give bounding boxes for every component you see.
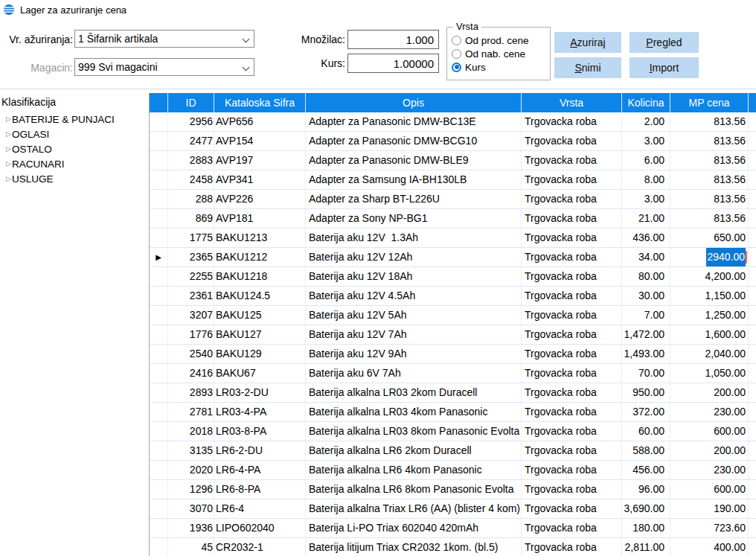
cell-vrsta[interactable]: Trgovacka roba xyxy=(522,345,622,363)
cell-mp-cena[interactable]: 2,040.00 xyxy=(670,345,749,363)
cell-mp-cena[interactable]: 813.56 xyxy=(670,151,749,170)
cell-vrsta[interactable]: Trgovacka roba xyxy=(522,132,622,150)
cell-vrsta[interactable]: Trgovacka roba xyxy=(522,267,622,286)
cell-kolicina[interactable]: 96.00 xyxy=(622,480,670,499)
table-row[interactable]: 1775 BAKU1213 Baterija aku 12V 1.3Ah Trg… xyxy=(150,229,756,248)
cell-opis[interactable]: Baterija aku 12V 12Ah xyxy=(306,248,522,266)
table-row[interactable]: 2458 AVP341 Adapter za Samsung IA-BH130L… xyxy=(150,170,756,190)
cell-id[interactable]: 2893 xyxy=(168,383,214,402)
row-selector-cell[interactable] xyxy=(150,306,168,325)
cell-mp-cena[interactable]: 200.00 xyxy=(670,383,749,402)
cell-mp-cena[interactable]: 813.56 xyxy=(670,190,749,208)
cell-id[interactable]: 869 xyxy=(168,209,214,228)
cell-kataloska-sifra[interactable]: AVP181 xyxy=(214,209,306,228)
cell-opis[interactable]: Baterija aku 12V 9Ah xyxy=(306,345,522,363)
cell-kataloska-sifra[interactable]: AVP197 xyxy=(214,151,306,170)
table-row[interactable]: 1936 LIPO602040 Baterija Li-PO Triax 602… xyxy=(150,519,756,538)
cell-opis[interactable]: Baterija aku 12V 1.3Ah xyxy=(306,229,522,247)
radio-option[interactable]: Kurs xyxy=(452,60,529,74)
cell-kataloska-sifra[interactable]: CR2032-1 xyxy=(214,538,306,556)
cell-vrsta[interactable]: Trgovacka roba xyxy=(522,325,622,344)
row-selector-cell[interactable] xyxy=(150,267,168,286)
cell-opis[interactable]: Baterija alkalna LR03 8kom Panasonic Evo… xyxy=(306,422,522,441)
cell-kolicina[interactable]: 60.00 xyxy=(622,422,670,441)
cell-kolicina[interactable]: 3.00 xyxy=(622,190,670,208)
cell-kataloska-sifra[interactable]: BAKU1212 xyxy=(214,248,306,266)
tree-item[interactable]: ▷ USLUGE xyxy=(1,171,147,186)
header-kataloska-sifra[interactable]: Kataloska Sifra xyxy=(214,93,306,112)
cell-kataloska-sifra[interactable]: LIPO602040 xyxy=(214,519,306,537)
header-vrsta[interactable]: Vrsta xyxy=(522,93,622,112)
cell-mp-cena[interactable]: 1,150.00 xyxy=(670,287,749,305)
table-row[interactable]: 3135 LR6-2-DU Baterija alkalna LR6 2kom … xyxy=(150,441,756,461)
table-row[interactable]: 2883 AVP197 Adapter za Panasonic DMW-BLE… xyxy=(150,151,756,170)
cell-kataloska-sifra[interactable]: BAKU127 xyxy=(214,325,306,344)
cell-mp-cena[interactable]: 723.60 xyxy=(670,519,749,537)
cell-id[interactable]: 2361 xyxy=(168,287,214,305)
cell-opis[interactable]: Baterija alkalna Triax LR6 (AA) (blister… xyxy=(306,499,522,518)
row-selector-cell[interactable] xyxy=(150,480,168,499)
row-selector-cell[interactable] xyxy=(150,325,168,344)
cell-kolicina[interactable]: 180.00 xyxy=(622,519,670,537)
radio-icon[interactable] xyxy=(452,49,461,59)
cell-kolicina[interactable]: 456.00 xyxy=(622,461,670,479)
cell-opis[interactable]: Baterija litijum Triax CR2032 1kom. (bl.… xyxy=(306,538,522,556)
cell-id[interactable]: 288 xyxy=(168,190,214,208)
cell-vrsta[interactable]: Trgovacka roba xyxy=(522,306,622,325)
table-row[interactable]: 1296 LR6-8-PA Baterija alkalna LR6 8kom … xyxy=(150,480,756,499)
cell-id[interactable]: 3207 xyxy=(168,306,214,325)
cell-kataloska-sifra[interactable]: BAKU129 xyxy=(214,345,306,363)
cell-vrsta[interactable]: Trgovacka roba xyxy=(522,112,622,131)
cell-opis[interactable]: Baterija alkalna LR6 2kom Duracell xyxy=(306,441,522,460)
expand-triangle-icon[interactable]: ▷ xyxy=(1,130,12,138)
table-row[interactable]: 2018 LR03-8-PA Baterija alkalna LR03 8ko… xyxy=(150,422,756,441)
row-selector-cell[interactable] xyxy=(150,170,168,189)
cell-opis[interactable]: Adapter za Samsung IA-BH130LB xyxy=(306,170,522,189)
cell-kataloska-sifra[interactable]: LR03-4-PA xyxy=(214,403,306,421)
cell-kataloska-sifra[interactable]: BAKU67 xyxy=(214,364,306,383)
radio-option[interactable]: Od prod. cene xyxy=(452,33,529,47)
cell-vrsta[interactable]: Trgovacka roba xyxy=(522,499,622,518)
cell-id[interactable]: 2416 xyxy=(168,364,214,383)
cell-opis[interactable]: Adapter za Sony NP-BG1 xyxy=(306,209,522,228)
cell-kataloska-sifra[interactable]: LR6-2-DU xyxy=(214,441,306,460)
tree-item[interactable]: ▷ OSTALO xyxy=(1,141,147,156)
cell-kolicina[interactable]: 70.00 xyxy=(622,364,670,383)
row-selector-cell[interactable] xyxy=(150,209,168,228)
cell-kolicina[interactable]: 372.00 xyxy=(622,403,670,421)
cell-id[interactable]: 1776 xyxy=(168,325,214,344)
multiplier-input[interactable]: 1.000 xyxy=(347,30,439,49)
row-selector-cell[interactable] xyxy=(150,403,168,421)
row-selector-cell[interactable] xyxy=(150,364,168,383)
cell-id[interactable]: 2883 xyxy=(168,151,214,170)
cell-kolicina[interactable]: 950.00 xyxy=(622,383,670,402)
row-selector-cell[interactable] xyxy=(150,519,168,537)
header-opis[interactable]: Opis xyxy=(306,93,522,112)
cell-opis[interactable]: Adapter za Sharp BT-L226U xyxy=(306,190,522,208)
cell-id[interactable]: 1296 xyxy=(168,480,214,499)
action-button[interactable]: Azuriraj xyxy=(554,32,621,53)
tree-item[interactable]: ▷ RACUNARI xyxy=(1,156,147,171)
action-button[interactable]: Import xyxy=(630,57,699,78)
table-row[interactable]: 2416 BAKU67 Baterija aku 6V 7Ah Trgovack… xyxy=(150,364,756,383)
row-selector-cell[interactable] xyxy=(150,461,168,479)
row-selector-cell[interactable] xyxy=(150,229,168,247)
cell-opis[interactable]: Baterija Li-PO Triax 602040 420mAh xyxy=(306,519,522,537)
cell-kolicina[interactable]: 3,690.00 xyxy=(622,499,670,518)
expand-triangle-icon[interactable]: ▷ xyxy=(1,115,12,123)
cell-vrsta[interactable]: Trgovacka roba xyxy=(522,151,622,170)
table-row[interactable]: 2540 BAKU129 Baterija aku 12V 9Ah Trgova… xyxy=(150,345,756,364)
cell-vrsta[interactable]: Trgovacka roba xyxy=(522,209,622,228)
cell-opis[interactable]: Baterija aku 6V 7Ah xyxy=(306,364,522,383)
cell-id[interactable]: 2477 xyxy=(168,132,214,150)
table-row[interactable]: 2255 BAKU1218 Baterija aku 12V 18Ah Trgo… xyxy=(150,267,756,287)
cell-mp-cena[interactable]: 813.56 xyxy=(670,209,749,228)
cell-kolicina[interactable]: 1,493.00 xyxy=(622,345,670,363)
cell-mp-cena[interactable]: 1,250.00 xyxy=(670,306,749,325)
cell-kataloska-sifra[interactable]: LR6-4-PA xyxy=(214,461,306,479)
cell-id[interactable]: 2255 xyxy=(168,267,214,286)
radio-option[interactable]: Od nab. cene xyxy=(452,47,529,60)
expand-triangle-icon[interactable]: ▷ xyxy=(1,175,12,182)
cell-vrsta[interactable]: Trgovacka roba xyxy=(522,170,622,189)
cell-opis[interactable]: Baterija alkalna LR03 4kom Panasonic xyxy=(306,403,522,421)
